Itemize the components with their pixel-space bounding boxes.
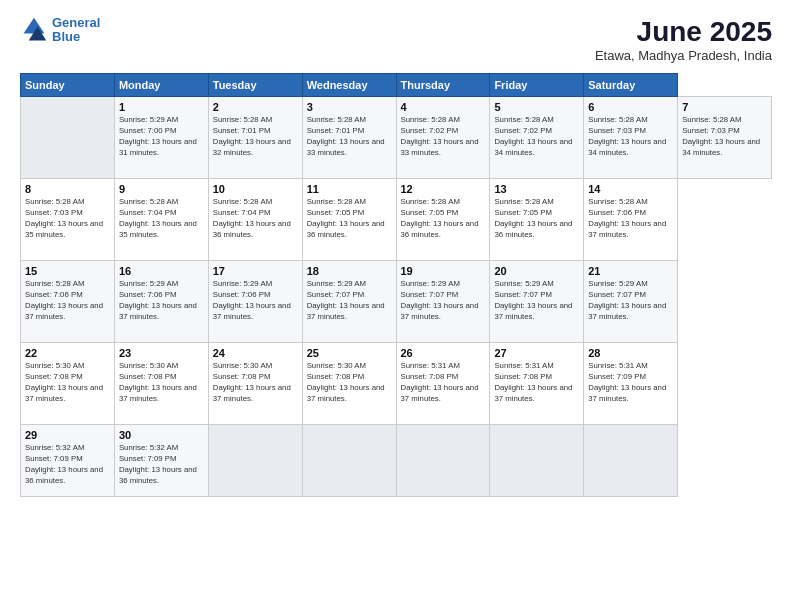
day-info: Sunrise: 5:28 AM Sunset: 7:04 PM Dayligh… (213, 197, 298, 241)
location: Etawa, Madhya Pradesh, India (595, 48, 772, 63)
table-row: 5 Sunrise: 5:28 AM Sunset: 7:02 PM Dayli… (490, 97, 584, 179)
day-number: 20 (494, 265, 579, 277)
day-number: 17 (213, 265, 298, 277)
day-info: Sunrise: 5:32 AM Sunset: 7:09 PM Dayligh… (119, 443, 204, 487)
header: General Blue June 2025 Etawa, Madhya Pra… (20, 16, 772, 63)
header-row: Sunday Monday Tuesday Wednesday Thursday… (21, 74, 772, 97)
day-number: 10 (213, 183, 298, 195)
day-info: Sunrise: 5:28 AM Sunset: 7:03 PM Dayligh… (682, 115, 767, 159)
day-info: Sunrise: 5:29 AM Sunset: 7:06 PM Dayligh… (119, 279, 204, 323)
day-info: Sunrise: 5:31 AM Sunset: 7:09 PM Dayligh… (588, 361, 673, 405)
calendar-row: 29 Sunrise: 5:32 AM Sunset: 7:09 PM Dayl… (21, 425, 772, 497)
day-number: 24 (213, 347, 298, 359)
table-row: 2 Sunrise: 5:28 AM Sunset: 7:01 PM Dayli… (208, 97, 302, 179)
title-block: June 2025 Etawa, Madhya Pradesh, India (595, 16, 772, 63)
day-number: 5 (494, 101, 579, 113)
col-monday: Monday (114, 74, 208, 97)
day-number: 11 (307, 183, 392, 195)
calendar-row: 8 Sunrise: 5:28 AM Sunset: 7:03 PM Dayli… (21, 179, 772, 261)
day-number: 30 (119, 429, 204, 441)
table-row: 4 Sunrise: 5:28 AM Sunset: 7:02 PM Dayli… (396, 97, 490, 179)
table-row: 19 Sunrise: 5:29 AM Sunset: 7:07 PM Dayl… (396, 261, 490, 343)
col-wednesday: Wednesday (302, 74, 396, 97)
table-row: 14 Sunrise: 5:28 AM Sunset: 7:06 PM Dayl… (584, 179, 678, 261)
day-number: 27 (494, 347, 579, 359)
day-info: Sunrise: 5:28 AM Sunset: 7:01 PM Dayligh… (307, 115, 392, 159)
day-number: 18 (307, 265, 392, 277)
table-row: 7 Sunrise: 5:28 AM Sunset: 7:03 PM Dayli… (678, 97, 772, 179)
day-number: 9 (119, 183, 204, 195)
day-number: 14 (588, 183, 673, 195)
table-row (490, 425, 584, 497)
day-info: Sunrise: 5:28 AM Sunset: 7:03 PM Dayligh… (588, 115, 673, 159)
day-info: Sunrise: 5:28 AM Sunset: 7:03 PM Dayligh… (25, 197, 110, 241)
day-number: 15 (25, 265, 110, 277)
table-row: 23 Sunrise: 5:30 AM Sunset: 7:08 PM Dayl… (114, 343, 208, 425)
day-info: Sunrise: 5:28 AM Sunset: 7:06 PM Dayligh… (588, 197, 673, 241)
logo-line2: Blue (52, 29, 80, 44)
table-row (396, 425, 490, 497)
day-number: 1 (119, 101, 204, 113)
col-sunday: Sunday (21, 74, 115, 97)
table-row (21, 97, 115, 179)
col-friday: Friday (490, 74, 584, 97)
page: General Blue June 2025 Etawa, Madhya Pra… (0, 0, 792, 612)
table-row: 3 Sunrise: 5:28 AM Sunset: 7:01 PM Dayli… (302, 97, 396, 179)
month-title: June 2025 (595, 16, 772, 48)
day-number: 12 (401, 183, 486, 195)
day-number: 22 (25, 347, 110, 359)
table-row: 11 Sunrise: 5:28 AM Sunset: 7:05 PM Dayl… (302, 179, 396, 261)
logo-icon (20, 16, 48, 44)
day-info: Sunrise: 5:29 AM Sunset: 7:06 PM Dayligh… (213, 279, 298, 323)
calendar-table: Sunday Monday Tuesday Wednesday Thursday… (20, 73, 772, 497)
table-row: 15 Sunrise: 5:28 AM Sunset: 7:06 PM Dayl… (21, 261, 115, 343)
day-info: Sunrise: 5:30 AM Sunset: 7:08 PM Dayligh… (307, 361, 392, 405)
table-row: 9 Sunrise: 5:28 AM Sunset: 7:04 PM Dayli… (114, 179, 208, 261)
day-number: 21 (588, 265, 673, 277)
day-info: Sunrise: 5:32 AM Sunset: 7:09 PM Dayligh… (25, 443, 110, 487)
day-info: Sunrise: 5:28 AM Sunset: 7:05 PM Dayligh… (307, 197, 392, 241)
table-row: 17 Sunrise: 5:29 AM Sunset: 7:06 PM Dayl… (208, 261, 302, 343)
day-info: Sunrise: 5:31 AM Sunset: 7:08 PM Dayligh… (401, 361, 486, 405)
table-row: 27 Sunrise: 5:31 AM Sunset: 7:08 PM Dayl… (490, 343, 584, 425)
calendar-row: 22 Sunrise: 5:30 AM Sunset: 7:08 PM Dayl… (21, 343, 772, 425)
day-info: Sunrise: 5:30 AM Sunset: 7:08 PM Dayligh… (119, 361, 204, 405)
table-row: 18 Sunrise: 5:29 AM Sunset: 7:07 PM Dayl… (302, 261, 396, 343)
day-number: 6 (588, 101, 673, 113)
day-info: Sunrise: 5:29 AM Sunset: 7:07 PM Dayligh… (401, 279, 486, 323)
day-info: Sunrise: 5:28 AM Sunset: 7:04 PM Dayligh… (119, 197, 204, 241)
logo-text: General Blue (52, 16, 100, 45)
day-number: 29 (25, 429, 110, 441)
table-row: 16 Sunrise: 5:29 AM Sunset: 7:06 PM Dayl… (114, 261, 208, 343)
table-row: 26 Sunrise: 5:31 AM Sunset: 7:08 PM Dayl… (396, 343, 490, 425)
day-number: 23 (119, 347, 204, 359)
day-info: Sunrise: 5:29 AM Sunset: 7:07 PM Dayligh… (307, 279, 392, 323)
table-row (302, 425, 396, 497)
logo: General Blue (20, 16, 100, 45)
day-number: 8 (25, 183, 110, 195)
day-info: Sunrise: 5:29 AM Sunset: 7:07 PM Dayligh… (494, 279, 579, 323)
col-thursday: Thursday (396, 74, 490, 97)
logo-line1: General (52, 15, 100, 30)
calendar-row: 15 Sunrise: 5:28 AM Sunset: 7:06 PM Dayl… (21, 261, 772, 343)
day-number: 3 (307, 101, 392, 113)
table-row: 29 Sunrise: 5:32 AM Sunset: 7:09 PM Dayl… (21, 425, 115, 497)
calendar-row: 1 Sunrise: 5:29 AM Sunset: 7:00 PM Dayli… (21, 97, 772, 179)
day-info: Sunrise: 5:28 AM Sunset: 7:02 PM Dayligh… (494, 115, 579, 159)
day-info: Sunrise: 5:28 AM Sunset: 7:02 PM Dayligh… (401, 115, 486, 159)
day-number: 4 (401, 101, 486, 113)
day-info: Sunrise: 5:29 AM Sunset: 7:07 PM Dayligh… (588, 279, 673, 323)
table-row: 20 Sunrise: 5:29 AM Sunset: 7:07 PM Dayl… (490, 261, 584, 343)
table-row: 28 Sunrise: 5:31 AM Sunset: 7:09 PM Dayl… (584, 343, 678, 425)
day-number: 16 (119, 265, 204, 277)
day-number: 2 (213, 101, 298, 113)
table-row: 30 Sunrise: 5:32 AM Sunset: 7:09 PM Dayl… (114, 425, 208, 497)
day-number: 28 (588, 347, 673, 359)
table-row: 13 Sunrise: 5:28 AM Sunset: 7:05 PM Dayl… (490, 179, 584, 261)
table-row: 25 Sunrise: 5:30 AM Sunset: 7:08 PM Dayl… (302, 343, 396, 425)
day-info: Sunrise: 5:28 AM Sunset: 7:06 PM Dayligh… (25, 279, 110, 323)
day-info: Sunrise: 5:28 AM Sunset: 7:05 PM Dayligh… (494, 197, 579, 241)
day-number: 19 (401, 265, 486, 277)
day-info: Sunrise: 5:29 AM Sunset: 7:00 PM Dayligh… (119, 115, 204, 159)
day-number: 25 (307, 347, 392, 359)
